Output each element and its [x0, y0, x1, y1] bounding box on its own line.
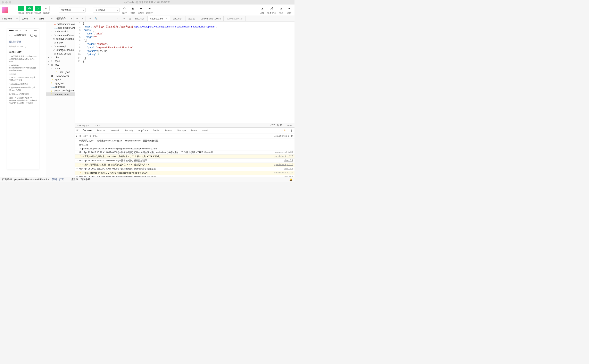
file-tree-item[interactable]: <>addFunction.wxml — [46, 22, 75, 26]
console-row[interactable]: ▾Mon Apr 29 2019 16:22:41 GMT+0800 (中国标准… — [75, 150, 295, 155]
refresh-icon: ⟳ — [121, 6, 128, 11]
bell-icon[interactable]: 🔔 — [289, 178, 292, 181]
play-icon[interactable]: ▸ — [77, 135, 78, 137]
avatar[interactable] — [2, 7, 8, 13]
devtools-tab[interactable]: Audits — [152, 128, 160, 133]
background-button[interactable]: ⇥切后台 — [138, 6, 144, 14]
back-icon[interactable]: ‹ — [9, 34, 10, 37]
sim-ops-select[interactable]: 模拟操作 — [54, 16, 74, 21]
code-editor[interactable]: 123456789101112 { "desc": "关于本文件的更多信息，请参… — [75, 21, 295, 123]
editor-tab[interactable]: sitemap.json× — [148, 16, 170, 21]
clear-cache-button[interactable]: ≋清缓存 — [146, 6, 153, 14]
plugin-mode-select[interactable]: 插件模式 — [59, 8, 86, 13]
console-row[interactable]: 未找到入口文件，请检查 project.config.json "minipro… — [75, 139, 295, 143]
file-tree-item[interactable]: ▸🗀userConsole — [46, 52, 75, 56]
traffic-lights[interactable] — [2, 1, 11, 3]
editor-tab[interactable]: app.js — [186, 16, 198, 21]
file-tree-item[interactable]: JSapp.js — [46, 78, 75, 81]
file-tree-item[interactable]: ▸🗀index — [46, 41, 75, 45]
new-file-icon[interactable]: + — [87, 16, 93, 21]
details-button[interactable]: ≡详情 — [286, 6, 292, 14]
context-select[interactable]: top ▾ — [83, 135, 88, 137]
zoom-select[interactable]: 100% — [19, 16, 37, 21]
network-select[interactable]: WiFi — [37, 16, 54, 21]
console-row[interactable]: ⚠▸ 工具未校验合法域名、web-view（业务域名）、TLS 版本以及 HTT… — [75, 155, 295, 159]
more-icon[interactable]: ⋯ — [115, 16, 121, 21]
debugger-button[interactable]: ⊙调试器 — [34, 6, 41, 14]
console-row[interactable]: ⚠▸ 根据 sitemap 的规则[1]，当前页面 [pages/index/i… — [75, 171, 295, 175]
editor-tab[interactable]: app.json — [170, 16, 185, 21]
file-tree-item[interactable]: wxssaddFunction.wxss — [46, 26, 75, 30]
console-row[interactable]: ▾Mon Apr 29 2019 16:22:41 GMT+0800 (中国标准… — [75, 167, 295, 171]
editor-button[interactable]: ‹/›编辑器 — [26, 6, 33, 14]
file-tree-item[interactable]: ▾🗀test — [46, 63, 75, 67]
devtools-tab[interactable]: Storage — [176, 128, 187, 133]
upload-button[interactable]: ☁上传 — [259, 6, 265, 14]
console-row[interactable]: ▾Mon Apr 29 2019 16:22:48 GMT+0800 (中国标准… — [75, 175, 295, 177]
detach-icon[interactable]: ⤢ — [79, 16, 85, 21]
target-icon[interactable]: ◎ — [34, 34, 37, 37]
cloud-button[interactable]: ∞云开发 — [43, 6, 50, 14]
eye-icon[interactable]: 👁 — [89, 135, 92, 137]
page-path: pages/addFunction/addFunction — [14, 178, 49, 181]
compile-mode-select[interactable]: 普通编译 — [93, 8, 120, 13]
devtools-tab[interactable]: Security — [123, 128, 134, 133]
warning-count[interactable]: ⚠ 6 — [281, 129, 285, 132]
file-tree-item[interactable]: {}app.json — [46, 81, 75, 85]
console-row[interactable]: ⚠▸ 插件 腾讯视频 有更新，当前使用的版本为 1.2.4，最新版本为 1.3.… — [75, 163, 295, 167]
file-tree[interactable]: <>addFunction.wxmlwxssaddFunction.wxss▸🗀… — [46, 21, 75, 177]
gear-icon[interactable]: ⚙ — [291, 135, 293, 137]
console-output[interactable]: 未找到入口文件，请检查 project.config.json "minipro… — [75, 139, 295, 177]
devtools-tab[interactable]: AppData — [137, 128, 149, 133]
copy-link[interactable]: 复制 — [52, 178, 57, 181]
test-cloud-link[interactable]: 测试云函数 — [9, 40, 37, 44]
editor-tab[interactable]: addFunction.wxml — [198, 16, 224, 21]
file-tree-item[interactable]: ▸🗀databaseGuide — [46, 33, 75, 37]
console-row[interactable]: "https://developers.weixin.qq.com/minipr… — [75, 147, 295, 150]
file-tree-item[interactable]: ▸🗀aa — [46, 67, 75, 70]
file-tree-item[interactable]: {}sitemap.json — [46, 92, 75, 96]
filter-input[interactable] — [93, 135, 272, 137]
open-link[interactable]: 打开 — [59, 178, 64, 181]
titlebar: quReady - 微信开发者工具 v1.02.1904290 — [0, 0, 295, 5]
search-icon[interactable]: 🔍 — [93, 16, 99, 21]
console-row[interactable]: ▾Mon Apr 29 2019 16:22:41 GMT+0800 (中国标准… — [75, 159, 295, 163]
file-tree-item[interactable]: wxssapp.wxss — [46, 85, 75, 89]
version-button[interactable]: ⎇版本管理 — [267, 6, 276, 14]
devtools-tab[interactable]: Sources — [96, 128, 106, 133]
phone-preview[interactable]: ●●●●● WeChat16:22100% ‹ 云函数指引 ⋯◎ 测试云函数 期… — [7, 29, 39, 169]
inspect-icon[interactable]: ⇱ — [77, 129, 78, 132]
file-tree-item[interactable]: 🗎README.md — [46, 74, 75, 78]
editor-tab[interactable]: nfig.json — [132, 16, 148, 21]
file-tree-item[interactable]: {}project.config.json — [46, 89, 75, 92]
file-tree-item[interactable]: ▸🗀chooseLib — [46, 30, 75, 33]
file-tree-item[interactable]: ▸🗀storageConsole — [46, 48, 75, 52]
devtools-more-icon[interactable]: ⋮ — [290, 129, 293, 132]
clear-icon[interactable]: ⊘ — [79, 135, 81, 137]
file-tree-item[interactable]: ▸🗀openapi — [46, 45, 75, 48]
copy-code[interactable]: 复制代码 — [9, 73, 37, 75]
file-tree-item[interactable]: ▸🗀pkad — [46, 56, 75, 59]
split-icon[interactable]: ◫ — [127, 16, 132, 21]
console-row[interactable]: 查看文档 — [75, 143, 295, 147]
community-button[interactable]: ☁社区 — [278, 6, 284, 14]
mute-icon[interactable]: 🕪 — [74, 16, 79, 21]
close-icon[interactable]: × — [165, 17, 167, 20]
devtools-tab[interactable]: Wxml — [201, 128, 209, 133]
preview-button[interactable]: ◉预览 — [129, 6, 136, 14]
devtools-tab[interactable]: Trace — [190, 128, 198, 133]
file-tree-item[interactable]: ▸🗀style — [46, 59, 75, 63]
devtools-tab[interactable]: Network — [110, 128, 120, 133]
levels-select[interactable]: Default levels ▾ — [274, 135, 289, 137]
menu-dots-icon[interactable]: ⋯ — [30, 34, 33, 37]
device-select[interactable]: iPhone 5 — [0, 16, 19, 21]
editor-tab[interactable]: addFunction.js — [224, 16, 246, 21]
simulator-button[interactable]: ▭模拟器 — [18, 6, 24, 14]
file-tree-item[interactable]: {}site1.json — [46, 70, 75, 74]
indent-icon[interactable]: ⇥ — [121, 16, 127, 21]
compile-button[interactable]: ⟳编译 — [121, 6, 128, 14]
devtools-tab[interactable]: Sensor — [164, 128, 173, 133]
devtools-tab[interactable]: Console — [82, 128, 92, 133]
file-tree-item[interactable]: ▸🗀deployFunctions — [46, 37, 75, 41]
chat-icon: ☁ — [278, 6, 284, 11]
